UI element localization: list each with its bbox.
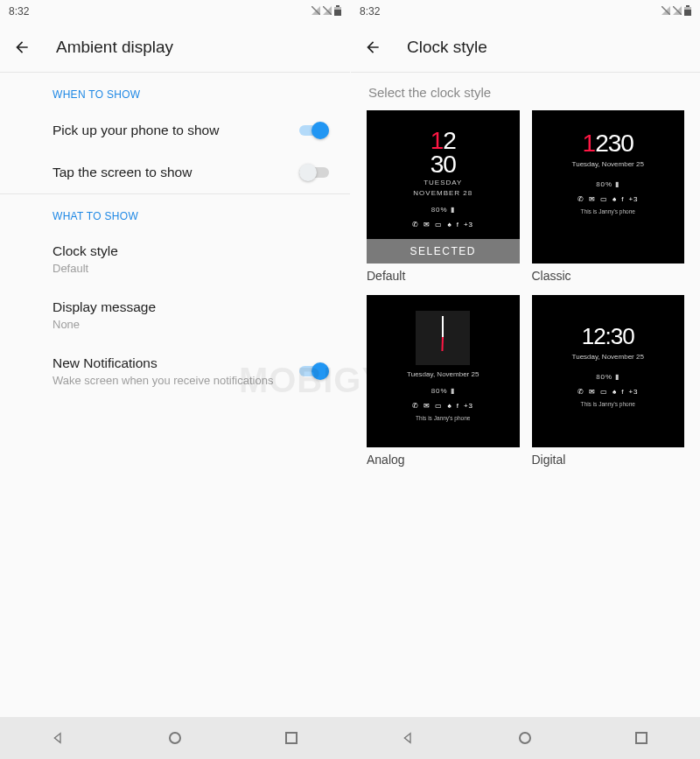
- signal-off-icon: [323, 5, 332, 18]
- clock-option-default[interactable]: 12 30 TUESDAY NOVEMBER 28 80% ▮ ✆ ✉ ▭ ♠ …: [367, 110, 520, 283]
- status-bar: 8:32: [351, 0, 700, 23]
- tile-time: 1230: [583, 130, 634, 158]
- settings-list: WHEN TO SHOW Pick up your phone to show …: [0, 73, 350, 759]
- clock-tile-classic: 1230 Tuesday, November 25 80% ▮ ✆ ✉ ▭ ♠ …: [532, 110, 685, 264]
- chat-icon: ▭: [435, 221, 443, 228]
- row-value: None: [52, 318, 329, 331]
- svg-rect-7: [686, 5, 690, 7]
- clock-tile-default: 12 30 TUESDAY NOVEMBER 28 80% ▮ ✆ ✉ ▭ ♠ …: [367, 110, 520, 264]
- minute-hand-icon: [442, 316, 444, 339]
- mail-icon: ✉: [589, 195, 596, 203]
- nav-bar: [350, 717, 700, 759]
- facebook-icon: f: [621, 195, 624, 203]
- facebook-icon: f: [457, 402, 459, 410]
- svg-rect-4: [334, 10, 341, 16]
- bell-icon: ♠: [612, 388, 617, 396]
- clock-style-grid: 12 30 TUESDAY NOVEMBER 28 80% ▮ ✆ ✉ ▭ ♠ …: [351, 110, 700, 467]
- phone-right: 8:32 Clock style Select the clock style: [350, 0, 700, 759]
- row-new-notifications[interactable]: New Notifications Wake screen when you r…: [0, 343, 350, 399]
- clock-option-label: Analog: [367, 453, 520, 467]
- row-label: Clock style: [52, 243, 329, 259]
- status-time: 8:32: [9, 5, 29, 18]
- facebook-icon: f: [621, 388, 624, 396]
- mail-icon: ✉: [424, 402, 430, 410]
- battery-icon: [684, 5, 691, 18]
- tile-time: 12:30: [582, 323, 634, 350]
- nav-recent-icon[interactable]: [632, 728, 651, 748]
- tile-time: 12 30: [430, 130, 456, 176]
- nav-home-icon[interactable]: [165, 728, 185, 748]
- section-header-what: WHAT TO SHOW: [0, 194, 350, 231]
- signal-off-icon: [673, 5, 682, 18]
- section-header-when: WHEN TO SHOW: [0, 73, 350, 109]
- mail-icon: ✉: [424, 221, 430, 228]
- phone-icon: ✆: [578, 388, 584, 396]
- row-clock-style[interactable]: Clock style Default: [0, 231, 350, 287]
- tile-notification-icons: ✆ ✉ ▭ ♠ f +3: [412, 221, 473, 228]
- analog-clock-face: [416, 311, 470, 365]
- svg-rect-13: [636, 733, 647, 743]
- clock-option-digital[interactable]: 12:30 Tuesday, November 25 80% ▮ ✆ ✉ ▭ ♠…: [532, 295, 685, 467]
- hour-hand-icon: [442, 336, 444, 350]
- tile-date: Tuesday, November 25: [407, 370, 479, 378]
- svg-rect-11: [286, 733, 297, 743]
- chat-icon: ▭: [435, 402, 443, 410]
- tile-notification-icons: ✆ ✉ ▭ ♠ f +3: [578, 388, 639, 396]
- mail-icon: ✉: [589, 388, 596, 396]
- clock-option-label: Classic: [532, 269, 685, 283]
- bell-icon: ♠: [447, 221, 452, 228]
- plus-count: +3: [464, 402, 473, 410]
- tile-date: NOVEMBER 28: [413, 189, 472, 197]
- clock-option-classic[interactable]: 1230 Tuesday, November 25 80% ▮ ✆ ✉ ▭ ♠ …: [532, 110, 685, 283]
- chat-icon: ▭: [600, 388, 608, 396]
- facebook-icon: f: [457, 221, 459, 228]
- phone-icon: ✆: [578, 195, 584, 203]
- clock-option-analog[interactable]: Tuesday, November 25 80% ▮ ✆ ✉ ▭ ♠ f +3 …: [367, 295, 520, 467]
- row-tap-to-show[interactable]: Tap the screen to show: [0, 151, 350, 193]
- plus-count: +3: [628, 388, 638, 396]
- tile-footer: This is Janny's phone: [581, 208, 635, 214]
- row-label: Pick up your phone to show: [52, 123, 299, 138]
- tile-day: TUESDAY: [424, 179, 462, 186]
- battery-icon: [334, 5, 341, 18]
- bell-icon: ♠: [612, 195, 617, 203]
- row-label: Tap the screen to show: [52, 165, 299, 180]
- back-icon[interactable]: [363, 38, 382, 57]
- clock-option-label: Default: [367, 269, 520, 283]
- row-display-message[interactable]: Display message None: [0, 287, 350, 343]
- plus-count: +3: [464, 221, 473, 228]
- toggle-tap[interactable]: [299, 164, 329, 181]
- back-icon[interactable]: [12, 38, 32, 57]
- tile-notification-icons: ✆ ✉ ▭ ♠ f +3: [412, 402, 473, 410]
- clock-style-subtitle: Select the clock style: [351, 73, 700, 110]
- page-title: Clock style: [407, 38, 487, 57]
- tile-battery: 80% ▮: [596, 373, 620, 381]
- signal-off-icon: [312, 5, 320, 18]
- row-pickup-to-show[interactable]: Pick up your phone to show: [0, 109, 350, 151]
- phone-icon: ✆: [412, 402, 419, 410]
- bell-icon: ♠: [447, 402, 452, 410]
- phone-icon: ✆: [412, 221, 419, 228]
- nav-back-icon[interactable]: [399, 728, 418, 748]
- tile-footer: This is Janny's phone: [416, 415, 470, 421]
- nav-recent-icon[interactable]: [282, 728, 301, 748]
- app-bar: Ambient display: [0, 23, 350, 72]
- plus-count: +3: [628, 195, 638, 203]
- signal-off-icon: [662, 5, 670, 18]
- clock-tile-digital: 12:30 Tuesday, November 25 80% ▮ ✆ ✉ ▭ ♠…: [532, 295, 685, 448]
- clock-option-label: Digital: [532, 453, 685, 467]
- tile-date: Tuesday, November 25: [572, 353, 644, 361]
- svg-point-12: [520, 733, 530, 743]
- status-time: 8:32: [360, 5, 380, 18]
- svg-rect-9: [684, 10, 691, 16]
- row-label: Display message: [52, 299, 329, 315]
- nav-back-icon[interactable]: [49, 728, 68, 748]
- page-title: Ambient display: [56, 38, 173, 57]
- tile-battery: 80% ▮: [431, 387, 455, 395]
- tile-date: Tuesday, November 25: [572, 160, 644, 168]
- toggle-new-notifications[interactable]: [299, 362, 329, 380]
- nav-home-icon[interactable]: [515, 728, 535, 748]
- app-bar: Clock style: [351, 23, 700, 72]
- toggle-pickup[interactable]: [299, 122, 329, 139]
- phone-left: 8:32 Ambient display WHEN TO SHOW: [0, 0, 350, 759]
